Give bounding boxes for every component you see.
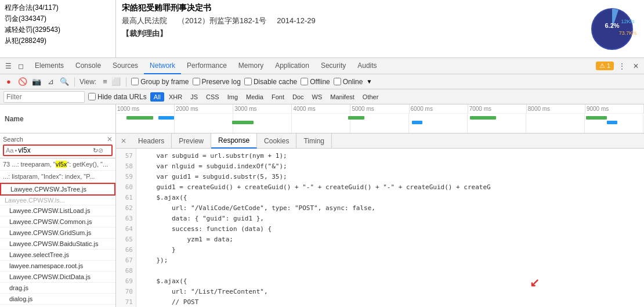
code-line-60: guid1 = createGuid() + createGuid() + "-… (136, 182, 644, 193)
tab-security[interactable]: Security (315, 58, 352, 74)
view-timeline-button[interactable]: ⬜ (111, 77, 121, 87)
devtools-inspect-icon[interactable]: ◻ (15, 60, 27, 72)
file-item-dictdata[interactable]: Lawyee.CPWSW.DictData.js (0, 272, 115, 283)
filter-all[interactable]: All (150, 92, 164, 102)
tab-elements[interactable]: Elements (29, 58, 70, 74)
file-item-aes[interactable]: aes.js (0, 305, 115, 307)
group-frame-checkbox[interactable] (131, 78, 139, 85)
file-item-listload[interactable]: Lawyee.CPWSW.ListLoad.js (0, 205, 115, 216)
filter-doc[interactable]: Doc (289, 92, 307, 102)
code-tab-headers[interactable]: Headers (131, 133, 172, 149)
preserve-log-checkbox[interactable] (193, 78, 200, 85)
offline-checkbox-label[interactable]: Offline (301, 78, 330, 86)
hide-data-urls-checkbox[interactable] (88, 93, 96, 100)
devtools-tabs-container: Elements Console Sources Network Perform… (29, 58, 383, 74)
close-search-icon[interactable]: ✕ (107, 135, 113, 143)
record-button[interactable]: ● (3, 77, 14, 87)
offline-checkbox[interactable] (301, 78, 308, 85)
tick-1000: 1000 ms (116, 104, 175, 113)
tick-6000: 6000 ms (410, 104, 468, 113)
online-checkbox[interactable] (334, 78, 341, 85)
search-input[interactable] (18, 146, 93, 154)
group-frame-checkbox-label[interactable]: Group by frame (131, 78, 189, 86)
filter-other[interactable]: Other (359, 92, 382, 102)
disable-cache-checkbox-label[interactable]: Disable cache (244, 78, 297, 86)
file-item-gridsum[interactable]: Lawyee.CPWSW.GridSum.js (0, 227, 115, 239)
line-numbers: 575859606162636465666768697071727374 (116, 149, 136, 307)
filter-ws[interactable]: WS (309, 92, 326, 102)
tab-sources[interactable]: Sources (107, 58, 144, 74)
code-line-66: } (136, 245, 644, 255)
tab-console[interactable]: Console (70, 58, 107, 74)
search-clear-icon[interactable]: ⊘ (98, 147, 103, 154)
file-item-baidustatic[interactable]: Lawyee.CPWSW.BaiduStatic.js (0, 239, 115, 250)
file-item-namespace[interactable]: lawyee.namespace.root.js (0, 261, 115, 272)
line-number-65: 65 (116, 234, 136, 245)
filter-manifest[interactable]: Manifest (327, 92, 358, 102)
filter-xhr[interactable]: XHR (165, 92, 186, 102)
tab-memory[interactable]: Memory (233, 58, 269, 74)
close-code-panel-icon[interactable]: ✕ (116, 137, 131, 145)
file-item-common[interactable]: Lawyee.CPWSW.Common.js (0, 216, 115, 227)
filter-icon-button[interactable]: ⊿ (45, 77, 56, 87)
file-item-dialog[interactable]: dialog.js (0, 294, 115, 305)
filter-css[interactable]: CSS (202, 92, 223, 102)
waterfall-bar-7 (607, 121, 617, 124)
devtools-right-icons: ⚠ 1 ⋮ ✕ (596, 60, 642, 72)
code-line-67: }); (136, 255, 644, 266)
file-item-cpwsw[interactable]: Lawyee.CPWSW.ls... (0, 196, 115, 205)
code-line-61: $.ajax({ (136, 193, 644, 203)
devtools-menu-icon[interactable]: ☰ (2, 60, 14, 72)
left-panel: 程序合法(34/117) 罚金(334347) 减轻处罚(329543) 从犯(… (0, 0, 116, 57)
devtools-tabbar: ☰ ◻ Elements Console Sources Network Per… (0, 58, 644, 74)
line-number-62: 62 (116, 203, 136, 214)
code-tab-response[interactable]: Response (211, 133, 257, 149)
clear-button[interactable]: 🚫 (17, 77, 28, 87)
tab-audits[interactable]: Audits (352, 58, 382, 74)
line-number-71: 71 (116, 297, 136, 307)
left-item-4: 从犯(288249) (5, 36, 111, 46)
disable-cache-checkbox[interactable] (244, 78, 252, 85)
devtools-close-icon[interactable]: ✕ (630, 60, 642, 72)
left-item-2: 罚金(334347) (5, 14, 111, 24)
screenshot-button[interactable]: 📷 (31, 77, 42, 87)
tab-performance[interactable]: Performance (181, 58, 233, 74)
preserve-log-checkbox-label[interactable]: Preserve log (193, 78, 241, 86)
tab-application[interactable]: Application (269, 58, 315, 74)
filter-media[interactable]: Media (243, 92, 267, 102)
filter-img[interactable]: Img (224, 92, 241, 102)
file-item-jstree[interactable]: Lawyee.CPWSW.JsTree.js (0, 183, 115, 196)
code-tab-cookies[interactable]: Cookies (257, 133, 296, 149)
search-icon-button[interactable]: 🔍 (59, 77, 70, 87)
view-grid-button[interactable]: ≡ (100, 77, 110, 87)
file-list-panel: Search ✕ Aa • ↻ ⊘ 73 ...: treeparam, "vl… (0, 133, 116, 307)
hide-data-urls-text: Hide data URLs (97, 93, 147, 101)
line-number-64: 64 (116, 224, 136, 234)
search-refresh-icon[interactable]: ↻ (93, 147, 98, 154)
code-tab-timing[interactable]: Timing (296, 133, 332, 149)
filter-js[interactable]: JS (187, 92, 201, 102)
doc-num: （2012）刑监字第182-1号 (178, 16, 266, 25)
file-item-selecttree[interactable]: Lawyee.selectTree.js (0, 250, 115, 261)
search-highlight-1: vl5x (56, 161, 67, 168)
speed-widget: 6.2% 12K/s 73.7K/s (586, 6, 638, 52)
line-number-57: 57 (116, 151, 136, 161)
hide-data-urls-label[interactable]: Hide data URLs (88, 93, 147, 101)
tab-network[interactable]: Network (144, 58, 181, 74)
file-item-drag[interactable]: drag.js (0, 283, 115, 294)
waterfall-bar-2 (232, 121, 253, 124)
doc-title: 宋皓犯受贿罪刑事决定书 (122, 3, 638, 13)
search-label: Search (3, 136, 23, 143)
online-dropdown-icon[interactable]: ▼ (366, 78, 372, 85)
code-line-69: $.ajax({ (136, 276, 644, 287)
devtools-more-icon[interactable]: ⋮ (616, 60, 628, 72)
code-line-71: // POST (136, 297, 644, 307)
online-checkbox-label[interactable]: Online (334, 78, 363, 86)
code-tab-preview[interactable]: Preview (172, 133, 211, 149)
filter-font[interactable]: Font (268, 92, 288, 102)
filter-input[interactable] (3, 91, 85, 103)
devtools-left-icons: ☰ ◻ (2, 60, 27, 72)
tick-8000: 8000 ms (527, 104, 585, 113)
tick-7000: 7000 ms (468, 104, 527, 113)
code-line-59: var guid1 = subguid.substr(5, 35); (136, 172, 644, 182)
